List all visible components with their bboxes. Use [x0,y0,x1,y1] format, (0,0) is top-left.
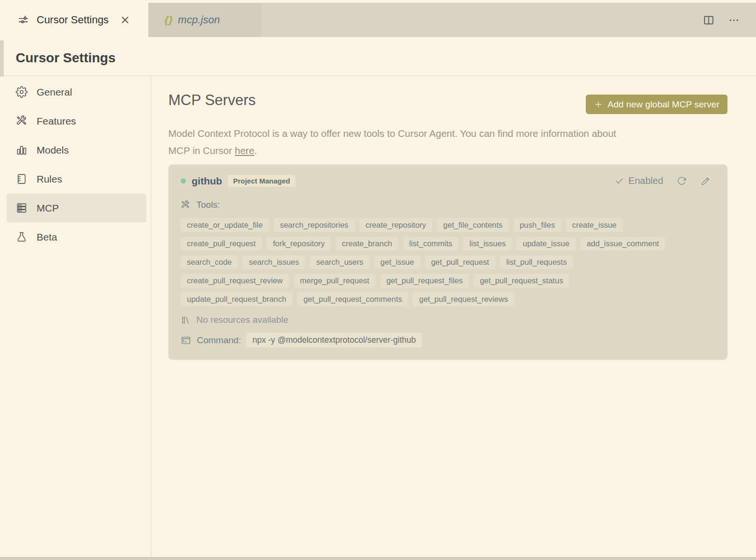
tools-icon [181,200,190,210]
sidebar-item-label: Features [37,116,76,127]
terminal-icon [181,335,191,346]
command-row: Command: npx -y @modelcontextprotocol/se… [181,333,716,348]
tool-chips: create_or_update_filesearch_repositories… [181,218,716,306]
tool-chip: create_pull_request_review [181,274,289,288]
tool-chip: get_pull_request_reviews [413,292,514,306]
status-dot [181,178,186,183]
tool-chip: create_or_update_file [181,218,269,232]
editor-actions [703,3,740,37]
enabled-toggle[interactable]: Enabled [629,175,663,186]
tool-chip: get_pull_request_files [380,274,469,288]
page-title: Cursor Settings [16,50,116,66]
command-label: Command: [197,335,241,346]
close-icon[interactable] [120,15,130,25]
cursor-settings-window: Cursor Settings {} mcp.json Cursor Setti… [0,0,756,560]
tool-chip: search_issues [242,255,305,269]
sidebar-item-rules[interactable]: Rules [7,164,146,193]
command-value: npx -y @modelcontextprotocol/server-gith… [246,333,422,348]
bar-chart-icon [16,144,28,156]
description-line2: MCP in Cursor [168,145,235,156]
json-braces-icon: {} [165,14,173,26]
tool-chip: push_files [514,218,561,232]
sliders-icon [17,14,29,26]
tool-chip: list_commits [403,237,459,251]
tool-chip: update_issue [516,237,575,251]
tool-chip: get_pull_request_status [474,274,569,288]
server-card-header: github Project Managed Enabled [181,175,716,187]
server-stack-icon [16,202,28,214]
tab-label: mcp.json [178,14,220,26]
resources-row: No resources available [181,315,716,325]
tool-chip-row: search_codesearch_issuessearch_usersget_… [181,255,716,269]
tool-chip: fork_repository [267,237,331,251]
add-global-mcp-server-button[interactable]: Add new global MCP server [586,95,727,114]
tool-chip: search_code [181,255,238,269]
window-bottom-edge [0,558,756,560]
edit-icon[interactable] [701,176,710,186]
page-header: Cursor Settings [4,40,756,76]
tool-chip: get_issue [374,255,420,269]
tool-chip: search_users [310,255,369,269]
tool-chip: create_repository [359,218,432,232]
tool-chip-row: create_pull_request_reviewmerge_pull_req… [181,274,716,288]
add-button-label: Add new global MCP server [608,99,719,110]
tool-chip: get_pull_request [425,255,495,269]
tab-cursor-settings[interactable]: Cursor Settings [0,0,148,40]
refresh-icon[interactable] [677,176,687,186]
tool-chip-row: create_or_update_filesearch_repositories… [181,218,716,232]
tool-chip: merge_pull_request [294,274,376,288]
description-line1: Model Context Protocol is a way to offer… [168,128,616,139]
tool-chip: get_file_contents [437,218,509,232]
beaker-icon [16,231,28,243]
tool-chip-row: create_pull_requestfork_repositorycreate… [181,237,716,251]
section-title: MCP Servers [168,92,256,109]
resources-label: No resources available [196,315,288,325]
mcp-server-card-github: github Project Managed Enabled [168,164,727,360]
tool-chip: create_pull_request [181,237,262,251]
tool-chip: update_pull_request_branch [181,292,292,306]
sidebar-item-label: Models [37,145,69,156]
tab-mcp-json[interactable]: {} mcp.json [148,3,261,37]
sidebar-item-beta[interactable]: Beta [7,222,146,251]
project-managed-badge: Project Managed [228,175,295,187]
tool-chip: list_pull_requests [500,255,573,269]
split-editor-icon[interactable] [703,14,715,26]
sidebar-item-label: Beta [37,232,57,243]
sidebar-item-general[interactable]: General [7,77,146,106]
settings-sidebar: General Features Models Rules MCP [0,77,151,557]
mcp-settings-panel: MCP Servers Add new global MCP server Mo… [152,77,756,557]
gear-icon [16,86,28,98]
tool-chip: add_issue_comment [581,237,665,251]
check-icon [614,176,624,186]
tools-row: Tools: [181,200,716,210]
plus-icon [594,100,603,109]
more-actions-icon[interactable] [728,14,740,26]
tool-chip: search_repositories [274,218,355,232]
sidebar-item-features[interactable]: Features [7,106,146,135]
tools-label: Tools: [196,200,220,210]
rules-icon [16,173,28,185]
tool-chip-row: update_pull_request_branchget_pull_reque… [181,292,716,306]
tool-chip: create_branch [336,237,398,251]
server-name: github [192,175,222,187]
sidebar-item-mcp[interactable]: MCP [7,193,146,222]
tab-label: Cursor Settings [37,14,109,26]
sidebar-item-label: Rules [37,174,62,185]
tool-chip: list_issues [463,237,512,251]
tool-chip: get_pull_request_comments [297,292,408,306]
here-link[interactable]: here [235,145,254,156]
server-controls: Enabled [614,175,716,186]
description-suffix: . [254,145,257,156]
sidebar-item-label: General [37,87,72,98]
tools-icon [16,115,28,127]
sidebar-item-label: MCP [37,203,59,214]
mcp-description: Model Context Protocol is a way to offer… [168,125,729,159]
sidebar-item-models[interactable]: Models [7,135,146,164]
library-icon [181,315,191,325]
tool-chip: create_issue [566,218,623,232]
